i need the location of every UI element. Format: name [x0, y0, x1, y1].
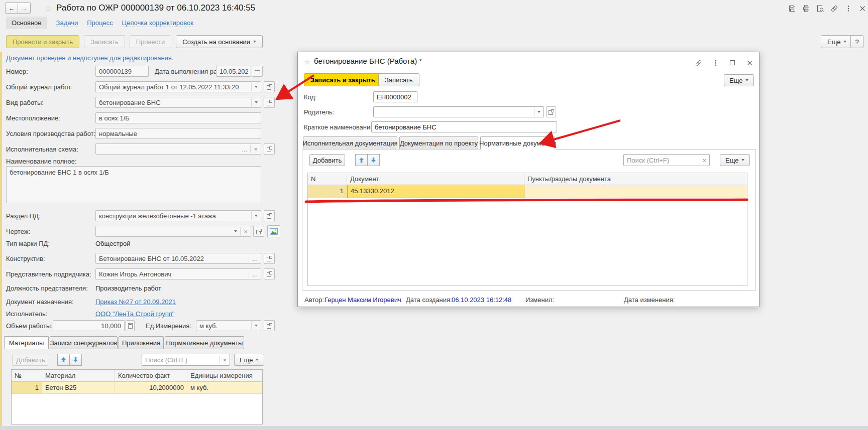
clear-search-icon[interactable]: × [699, 156, 706, 164]
dialog-more-toolbar-button[interactable]: Еще [720, 154, 750, 166]
constructive-open-button[interactable] [264, 253, 275, 264]
col-header-material[interactable]: Материал [42, 370, 115, 381]
move-up-icon[interactable] [355, 154, 368, 166]
dialog-save-button[interactable]: Записать [378, 73, 419, 86]
journal-open-button[interactable] [264, 81, 275, 92]
col-header-num[interactable]: № [12, 370, 42, 381]
col-header-sections[interactable]: Пункты/разделы документа [524, 173, 747, 185]
print-icon[interactable] [802, 4, 811, 13]
constructive-input[interactable]: Бетонирование БНС от 10.05.2022... [95, 253, 261, 264]
drawing-picture-button[interactable] [267, 225, 280, 237]
chevron-down-icon[interactable] [255, 215, 258, 217]
calculator-icon[interactable] [126, 320, 135, 331]
pd-section-open-button[interactable] [264, 210, 275, 221]
clear-icon[interactable]: × [254, 146, 258, 153]
back-button[interactable]: ← [5, 3, 18, 14]
drawing-open-button[interactable] [253, 226, 264, 237]
pd-section-select[interactable]: конструкции железобетонные -1 этажа [95, 210, 261, 221]
chevron-down-icon[interactable] [255, 325, 258, 327]
preview-icon[interactable] [816, 4, 825, 13]
tab-normative-docs[interactable]: Нормативные документы [165, 336, 244, 349]
work-type-select[interactable]: бетонирование БНС [95, 97, 261, 108]
more-button[interactable]: Еще [821, 35, 853, 48]
tab-process[interactable]: Процесс [87, 19, 113, 27]
ellipsis-icon[interactable]: ... [242, 146, 248, 153]
post-and-close-button[interactable]: Провести и закрыть [6, 35, 79, 48]
assignment-doc-link[interactable]: Приказ №27 от 20.09.2021 [95, 298, 176, 306]
work-type-label: Вид работы: [6, 99, 44, 106]
unit-select[interactable]: м куб. [196, 320, 261, 331]
clear-search-icon[interactable]: × [219, 356, 227, 364]
materials-add-button[interactable]: Добавить [12, 354, 49, 366]
clear-icon[interactable]: × [244, 228, 248, 235]
kebab-menu-icon[interactable] [711, 58, 720, 67]
chevron-down-icon[interactable] [537, 111, 540, 113]
link-icon[interactable] [694, 58, 703, 67]
materials-search-input[interactable]: Поиск (Ctrl+F)× [142, 354, 230, 366]
col-header-document[interactable]: Документ [347, 173, 524, 185]
dialog-search-input[interactable]: Поиск (Ctrl+F)× [623, 154, 710, 166]
tab-tasks[interactable]: Задачи [56, 19, 78, 27]
tab-project-documentation[interactable]: Документация по проекту [399, 136, 478, 150]
dialog-save-close-button[interactable]: Записать и закрыть [304, 73, 382, 86]
document-edit-cell[interactable]: 45.13330.2012 [347, 185, 524, 198]
kebab-menu-icon[interactable] [844, 4, 853, 13]
dialog-add-button[interactable]: Добавить [309, 154, 345, 166]
dialog-more-button[interactable]: Еще [724, 74, 754, 86]
save-icon[interactable] [788, 4, 797, 13]
journal-select[interactable]: Общий журнал работ 1 от 12.05.2022 11:33… [95, 81, 261, 92]
parent-open-button[interactable] [546, 106, 556, 117]
tab-materials[interactable]: Материалы [4, 336, 49, 349]
favorite-star-icon[interactable]: ☆ [304, 58, 310, 67]
help-button[interactable]: ? [850, 35, 863, 48]
ellipsis-icon[interactable]: ... [252, 255, 258, 262]
tab-special-journals[interactable]: Записи спецжурналов [50, 336, 118, 349]
contractor-rep-input[interactable]: Кожин Игорь Антонович... [95, 268, 261, 279]
close-icon[interactable] [858, 4, 867, 13]
col-header-n[interactable]: N [308, 173, 347, 185]
tab-exec-documentation[interactable]: Исполнительная документация [303, 136, 397, 150]
tab-corrections-chain[interactable]: Цепочка корректировок [122, 19, 193, 27]
maximize-icon[interactable] [728, 58, 737, 67]
chevron-down-icon[interactable] [234, 230, 237, 232]
move-down-icon[interactable] [367, 154, 380, 166]
tab-main[interactable]: Основное [6, 17, 47, 29]
short-name-input[interactable]: бетонирование БНС [371, 121, 557, 132]
table-row[interactable]: 1 45.13330.2012 [308, 185, 747, 198]
tab-attachments[interactable]: Приложения [119, 336, 164, 349]
col-header-qty[interactable]: Количество факт [115, 370, 187, 381]
col-header-unit[interactable]: Единицы измерения [187, 370, 262, 381]
favorite-star-icon[interactable]: ☆ [44, 4, 52, 14]
link-icon[interactable] [830, 4, 839, 13]
post-button[interactable]: Провести [130, 35, 172, 48]
move-up-icon[interactable] [57, 354, 70, 366]
full-name-textarea[interactable]: бетонирование БНС 1 в осях 1/Б [6, 166, 261, 203]
volume-input[interactable]: 10,000 [53, 320, 125, 331]
table-row[interactable]: 1 Бетон В25 10,2000000 м куб. [12, 382, 262, 394]
work-type-open-button[interactable] [264, 97, 275, 108]
forward-button[interactable]: → [18, 3, 31, 14]
drawing-select[interactable]: × [95, 226, 251, 237]
materials-more-button[interactable]: Еще [234, 354, 264, 366]
exec-scheme-open-button[interactable] [264, 144, 275, 155]
work-date-input[interactable]: 10.05.2022 [216, 66, 251, 77]
create-based-on-button[interactable]: Создать на основании [176, 35, 263, 48]
chevron-down-icon[interactable] [255, 86, 258, 88]
ellipsis-icon[interactable]: ... [252, 270, 258, 278]
move-down-icon[interactable] [69, 354, 82, 366]
code-input[interactable]: ЕН0000002 [373, 91, 417, 102]
save-button[interactable]: Записать [84, 35, 125, 48]
number-input[interactable]: 000000139 [95, 66, 149, 77]
exec-scheme-input[interactable]: ...× [95, 144, 261, 155]
calendar-icon[interactable] [252, 66, 263, 77]
close-icon[interactable] [745, 58, 754, 67]
contractor-rep-open-button[interactable] [264, 268, 275, 279]
tab-normative-documents[interactable]: Нормативные документы [480, 136, 555, 150]
executor-link[interactable]: ООО "ЛенТа Строй групп" [95, 310, 174, 318]
chevron-down-icon[interactable] [255, 101, 258, 103]
unit-open-button[interactable] [264, 320, 275, 331]
conditions-input[interactable]: нормальные [95, 128, 261, 139]
history-nav: ← → [5, 3, 31, 14]
parent-select[interactable] [373, 106, 544, 117]
location-input[interactable]: в осях 1/Б [95, 112, 261, 123]
